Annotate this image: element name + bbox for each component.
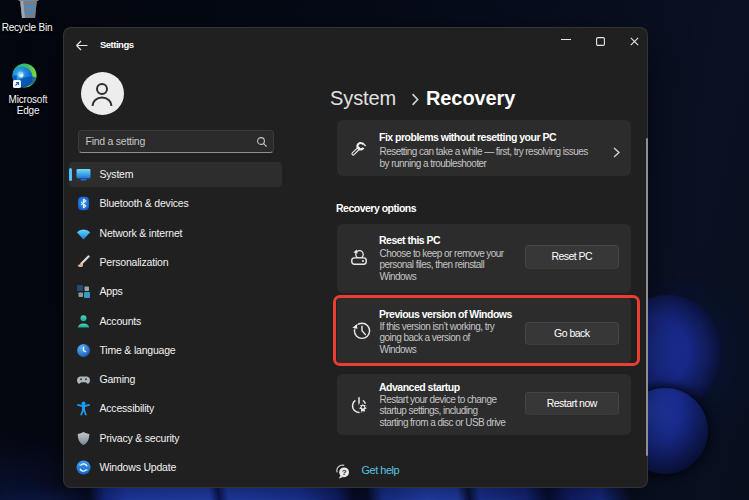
svg-text:?: ? (342, 468, 347, 477)
